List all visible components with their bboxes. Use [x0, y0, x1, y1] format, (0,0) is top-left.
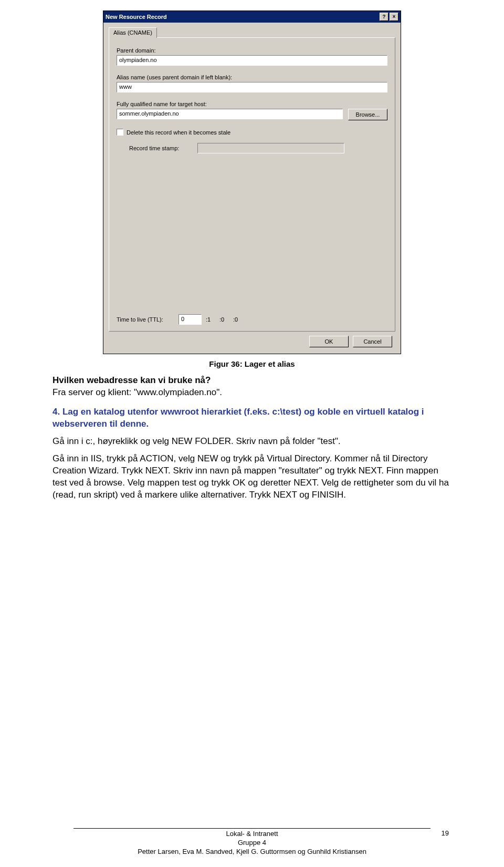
ttl-label: Time to live (TTL):: [117, 316, 174, 323]
figure-caption: Figur 36: Lager et alias: [52, 359, 452, 368]
footer-line-1: Lokal- & Intranett: [0, 830, 504, 839]
target-host-label: Fully qualified name for target host:: [117, 101, 343, 107]
question-line: Hvilken webadresse kan vi bruke nå?: [52, 375, 452, 387]
footer-line-2: Gruppe 4: [0, 839, 504, 848]
paragraph-2: Gå inn in IIS, trykk på ACTION, velg NEW…: [52, 453, 452, 501]
paragraph-1: Gå inn i c:, høyreklikk og velg NEW FOLD…: [52, 436, 452, 448]
tab-alias-cname[interactable]: Alias (CNAME): [109, 27, 157, 38]
dialog-titlebar[interactable]: New Resource Record ? ×: [103, 11, 401, 23]
close-icon: ×: [392, 14, 395, 20]
ttl-minutes: :0: [219, 316, 229, 323]
delete-stale-checkbox[interactable]: [117, 129, 123, 136]
cancel-button[interactable]: Cancel: [353, 336, 392, 347]
record-timestamp-field: [197, 143, 344, 153]
target-host-input[interactable]: sommer.olympiaden.no: [117, 109, 343, 119]
step-4-heading: 4. Lag en katalog utenfor wwwroot hierar…: [52, 406, 452, 430]
alias-name-label: Alias name (uses parent domain if left b…: [117, 74, 387, 80]
close-button[interactable]: ×: [390, 13, 398, 21]
answer-line: Fra server og klient: "www.olympiaden.no…: [52, 387, 452, 399]
tab-label: Alias (CNAME): [113, 29, 152, 36]
page-footer: Lokal- & Intranett Gruppe 4 Petter Larse…: [0, 828, 504, 856]
new-resource-record-dialog: New Resource Record ? × Alias (CNAME) Pa…: [103, 11, 401, 354]
record-timestamp-label: Record time stamp:: [129, 145, 192, 151]
ttl-hours: :1: [206, 316, 215, 323]
browse-button[interactable]: Browse...: [348, 109, 387, 120]
parent-domain-label: Parent domain:: [117, 47, 387, 54]
help-icon: ?: [382, 14, 385, 20]
help-button[interactable]: ?: [380, 13, 388, 21]
delete-stale-label: Delete this record when it becomes stale: [127, 129, 230, 136]
ttl-days-input[interactable]: 0: [178, 314, 202, 325]
tab-panel: Parent domain: olympiaden.no Alias name …: [109, 37, 395, 332]
alias-name-input[interactable]: www: [117, 82, 387, 92]
parent-domain-input[interactable]: olympiaden.no: [117, 55, 387, 66]
page-number: 19: [442, 829, 449, 838]
footer-line-3: Petter Larsen, Eva M. Sandved, Kjell G. …: [0, 848, 504, 856]
ttl-seconds: :0: [233, 316, 243, 323]
dialog-title: New Resource Record: [106, 14, 379, 20]
ok-button[interactable]: OK: [309, 336, 349, 347]
